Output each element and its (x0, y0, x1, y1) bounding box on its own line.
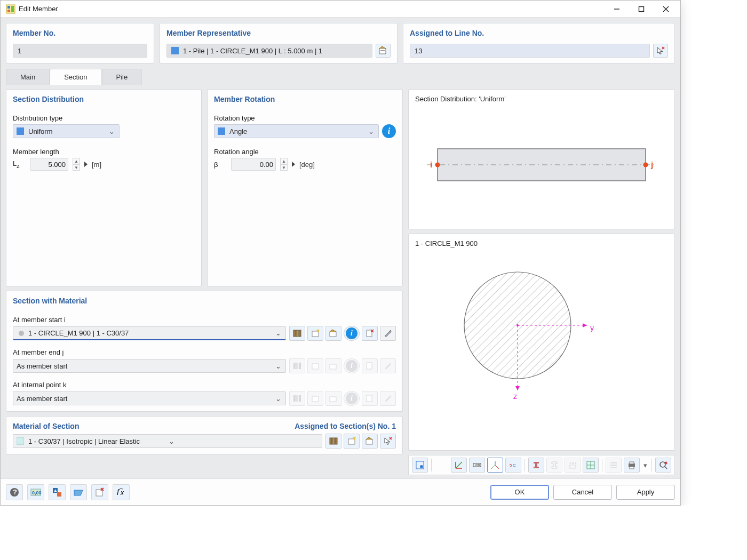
flip-section-button[interactable] (380, 326, 396, 341)
tool-ruler-icon[interactable]: 100 (469, 458, 485, 473)
section-start-dropdown[interactable]: 1 - CIRCLE_M1 900 | 1 - C30/37 ⌄ (13, 326, 286, 340)
angle-spinner[interactable]: ▲▼ (280, 158, 288, 171)
close-button[interactable] (654, 1, 678, 17)
section-preview: y z (415, 251, 668, 411)
info-icon[interactable]: i (344, 326, 360, 341)
svg-rect-9 (380, 50, 385, 51)
help-button[interactable]: ? (6, 484, 23, 500)
delete-section-button[interactable] (362, 326, 378, 341)
rotation-type-value: Angle (229, 127, 367, 135)
tool-print-icon[interactable] (624, 458, 640, 473)
maximize-button[interactable] (629, 1, 654, 17)
material-dropdown[interactable]: 1 - C30/37 | Isotropic | Linear Elastic … (13, 434, 322, 448)
dist-preview-title: Section Distribution: 'Uniform' (415, 95, 668, 103)
tool-search-clear-icon[interactable] (655, 458, 671, 473)
window-title: Edit Member (19, 5, 605, 13)
preview-tool-button[interactable] (70, 484, 87, 500)
material-value: 1 - C30/37 | Isotropic | Linear Elastic (28, 437, 167, 445)
svg-rect-13 (296, 330, 298, 337)
tool-xyz-icon[interactable] (487, 458, 503, 473)
length-spinner[interactable]: ▲▼ (73, 158, 80, 171)
internal-k-label: At internal point k (13, 381, 396, 389)
rotation-type-dropdown[interactable]: Angle ⌄ (214, 124, 379, 138)
length-value-field[interactable]: 5.000 (30, 158, 68, 171)
angle-value-field[interactable]: 0.00 (231, 158, 276, 171)
cancel-button[interactable]: Cancel (553, 485, 612, 500)
svg-rect-72 (569, 465, 576, 468)
pick-material-button[interactable] (380, 434, 396, 449)
svg-rect-31 (299, 395, 301, 402)
svg-rect-8 (379, 49, 386, 54)
section-preview-title: 1 - CIRCLE_M1 900 (415, 239, 668, 247)
info-icon: i (344, 358, 360, 373)
svg-rect-15 (312, 331, 319, 337)
clear-tool-button[interactable] (91, 484, 108, 500)
svg-text:5: 5 (510, 463, 512, 468)
delete-section-button (362, 391, 378, 406)
tool-properties-icon (606, 458, 622, 473)
svg-rect-81 (630, 467, 634, 469)
svg-rect-1 (7, 6, 10, 9)
tool-isection-icon[interactable] (528, 458, 544, 473)
svg-text:0,00: 0,00 (32, 490, 42, 495)
svg-point-60 (420, 465, 423, 468)
new-material-button[interactable] (344, 434, 360, 449)
tool-dimension-icon[interactable]: 5C (505, 458, 521, 473)
distribution-preview: i j (415, 106, 668, 223)
new-section-button[interactable] (307, 326, 323, 341)
svg-marker-35 (385, 395, 391, 402)
ok-button[interactable]: OK (490, 485, 549, 500)
chevron-down-icon[interactable]: ▾ (642, 458, 648, 473)
tool-axes-icon[interactable] (451, 458, 467, 473)
tab-main[interactable]: Main (6, 69, 50, 85)
angle-expand-icon[interactable] (292, 162, 295, 167)
assigned-line-field[interactable]: 13 (410, 44, 650, 58)
section-end-dropdown[interactable]: As member start ⌄ (13, 359, 286, 373)
member-rep-field[interactable]: 1 - Pile | 1 - CIRCLE_M1 900 | L : 5.000… (166, 44, 372, 58)
chevron-down-icon: ⌄ (274, 362, 282, 370)
library-button[interactable] (325, 434, 341, 449)
tool-grid-icon[interactable] (583, 458, 599, 473)
angle-symbol: β (214, 161, 227, 169)
apply-button[interactable]: Apply (616, 485, 675, 500)
assigned-line-title: Assigned to Line No. (403, 23, 674, 41)
svg-text:A: A (54, 489, 57, 493)
tool-visibility-icon[interactable] (412, 458, 428, 473)
svg-rect-26 (330, 364, 336, 369)
section-shape-icon (19, 331, 24, 336)
library-button[interactable] (289, 326, 305, 341)
member-no-field[interactable]: 1 (13, 44, 147, 58)
text-tool-button[interactable]: A (49, 484, 66, 500)
info-icon[interactable]: i (382, 124, 396, 138)
edit-representative-button[interactable] (376, 44, 391, 58)
svg-marker-93 (74, 490, 83, 495)
edit-material-button[interactable] (362, 434, 378, 449)
svg-text:C: C (513, 463, 516, 468)
tab-pile[interactable]: Pile (102, 69, 142, 85)
member-rep-title: Member Representative (160, 23, 397, 41)
pick-line-button[interactable] (653, 44, 668, 58)
svg-rect-33 (330, 397, 336, 402)
svg-rect-92 (57, 492, 61, 497)
library-button (289, 358, 305, 373)
units-button[interactable]: 0,00 (27, 484, 44, 500)
color-swatch (218, 127, 225, 135)
titlebar: Edit Member (1, 1, 680, 18)
edit-section-button[interactable] (325, 326, 341, 341)
color-swatch (171, 47, 179, 54)
angle-unit: [deg] (299, 161, 315, 169)
svg-marker-54 (583, 323, 587, 327)
preview-toolbar: 100 5C 1 2 3 ▾ (408, 455, 675, 475)
dist-type-dropdown[interactable]: Uniform ⌄ (13, 124, 120, 138)
chevron-down-icon: ⌄ (274, 329, 282, 337)
formula-button[interactable]: fx (113, 484, 130, 500)
svg-text:100: 100 (474, 463, 480, 467)
length-expand-icon[interactable] (84, 162, 88, 167)
svg-line-83 (665, 467, 667, 469)
svg-rect-22 (293, 363, 296, 369)
section-internal-dropdown[interactable]: As member start ⌄ (13, 391, 286, 405)
tab-section[interactable]: Section (50, 69, 101, 85)
rotation-title: Member Rotation (208, 90, 402, 107)
minimize-button[interactable] (605, 1, 629, 17)
length-unit: [m] (92, 161, 101, 169)
